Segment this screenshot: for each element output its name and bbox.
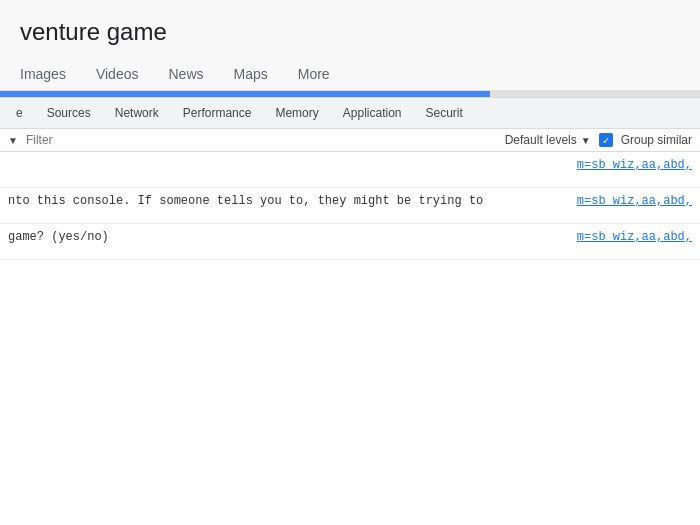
console-row-2: nto this console. If someone tells you t…: [0, 188, 700, 224]
console-text-2: nto this console. If someone tells you t…: [8, 194, 483, 208]
console-link-1[interactable]: m=sb_wiz,aa,abd,: [577, 158, 692, 172]
tab-images[interactable]: Images: [20, 58, 66, 90]
console-toolbar: ▼ Default levels ▼ Group similar: [0, 129, 700, 152]
console-text-3: game? (yes/no): [8, 230, 109, 244]
tab-more[interactable]: More: [298, 58, 330, 90]
default-levels-dropdown[interactable]: Default levels ▼: [505, 133, 591, 147]
default-levels-label: Default levels: [505, 133, 577, 147]
console-arrow-icon[interactable]: ▼: [8, 135, 18, 146]
console-link-3[interactable]: m=sb_wiz,aa,abd,: [577, 230, 692, 244]
devtools-panel: e Sources Network Performance Memory App…: [0, 97, 700, 260]
search-tabs: Images Videos News Maps More: [0, 58, 700, 90]
devtools-tab-memory[interactable]: Memory: [263, 98, 330, 128]
console-output: m=sb_wiz,aa,abd, nto this console. If so…: [0, 152, 700, 260]
search-area: venture game Images Videos News Maps Mor…: [0, 0, 700, 91]
devtools-tab-security[interactable]: Securit: [414, 98, 475, 128]
devtools-tab-application[interactable]: Application: [331, 98, 414, 128]
console-row-1: m=sb_wiz,aa,abd,: [0, 152, 700, 188]
console-row-3: game? (yes/no) m=sb_wiz,aa,abd,: [0, 224, 700, 260]
tab-news[interactable]: News: [168, 58, 203, 90]
default-levels-arrow-icon: ▼: [581, 135, 591, 146]
filter-input[interactable]: [26, 133, 226, 147]
devtools-tabs: e Sources Network Performance Memory App…: [0, 98, 700, 129]
devtools-tab-performance[interactable]: Performance: [171, 98, 264, 128]
console-link-2[interactable]: m=sb_wiz,aa,abd,: [577, 194, 692, 208]
group-similar-checkbox[interactable]: [599, 133, 613, 147]
group-similar-label: Group similar: [621, 133, 692, 147]
devtools-tab-network[interactable]: Network: [103, 98, 171, 128]
tab-maps[interactable]: Maps: [234, 58, 268, 90]
devtools-tab-e[interactable]: e: [4, 98, 35, 128]
search-title: venture game: [0, 18, 700, 58]
tab-videos[interactable]: Videos: [96, 58, 139, 90]
devtools-tab-sources[interactable]: Sources: [35, 98, 103, 128]
